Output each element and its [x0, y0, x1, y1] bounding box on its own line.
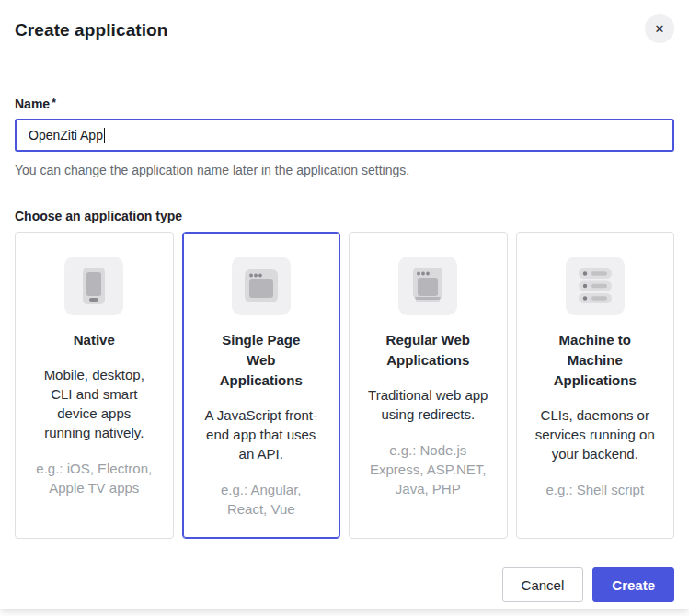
name-field: Name* OpenZiti App You can change the ap… [15, 97, 674, 177]
card-example: e.g.: Node.js Express, ASP.NET, Java, PH… [366, 440, 490, 498]
card-description: A JavaScript front-end app that uses an … [201, 405, 322, 463]
card-description: CLIs, daemons or services running on you… [534, 405, 656, 463]
card-example: e.g.: Shell script [533, 480, 657, 499]
card-description: Traditional web app using redirects. [367, 385, 488, 424]
name-helper-text: You can change the application name late… [15, 163, 674, 177]
name-label: Name* [15, 97, 674, 111]
close-icon: ✕ [655, 22, 665, 36]
card-m2m[interactable]: Machine to Machine Applications CLIs, da… [516, 232, 675, 539]
browser-window-icon [232, 257, 291, 315]
required-asterisk: * [52, 97, 56, 109]
application-type-label: Choose an application type [15, 209, 674, 223]
card-native[interactable]: Native Mobile, desktop, CLI and smart de… [15, 232, 174, 539]
application-type-grid: Native Mobile, desktop, CLI and smart de… [15, 232, 674, 539]
card-example: e.g.: Angular, React, Vue [199, 480, 323, 519]
dialog-header: Create application ✕ [15, 0, 674, 51]
card-title: Single Page Web Applications [206, 330, 316, 391]
card-title: Regular Web Applications [373, 330, 483, 371]
mobile-phone-icon [64, 257, 123, 315]
dialog-footer: Cancel Create [15, 567, 674, 602]
close-button[interactable]: ✕ [645, 14, 674, 43]
desktop-window-icon [398, 257, 457, 315]
server-stack-icon [566, 257, 625, 315]
card-title: Machine to Machine Applications [540, 330, 650, 391]
card-example: e.g.: iOS, Electron, Apple TV apps [32, 459, 156, 497]
cancel-button[interactable]: Cancel [502, 567, 584, 602]
create-application-dialog: Create application ✕ Name* OpenZiti App … [0, 0, 689, 609]
card-title: Native [39, 330, 149, 350]
application-name-input[interactable]: OpenZiti App [15, 119, 674, 152]
text-cursor [104, 128, 106, 143]
card-regular-web[interactable]: Regular Web Applications Traditional web… [349, 232, 508, 539]
create-button[interactable]: Create [592, 567, 674, 602]
card-spa[interactable]: Single Page Web Applications A JavaScrip… [182, 232, 341, 539]
application-name-value: OpenZiti App [29, 128, 103, 143]
dialog-title: Create application [15, 14, 168, 40]
card-description: Mobile, desktop, CLI and smart device ap… [33, 365, 155, 442]
